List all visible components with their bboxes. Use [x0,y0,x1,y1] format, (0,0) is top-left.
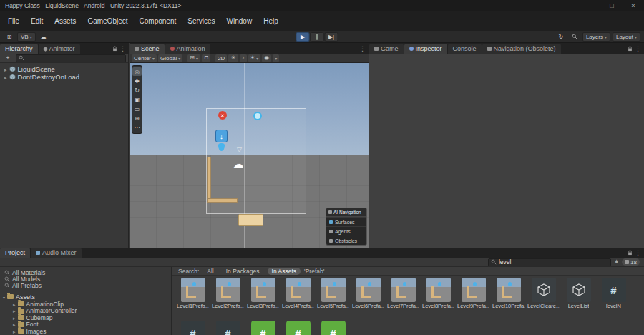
layout-dropdown[interactable]: Layout [613,32,640,42]
asset-tile-level4[interactable]: Level4Prefa... [282,278,314,309]
create-button[interactable] [2,54,14,63]
tab-navigation-obsolete[interactable]: Navigation (Obsolete) [482,44,561,54]
menu-edit[interactable]: Edit [25,16,49,26]
kebab-menu-icon[interactable] [119,45,126,52]
menu-gameobject[interactable]: GameObject [82,16,133,26]
hierarchy-search[interactable] [16,54,126,62]
mode-2d-toggle[interactable]: 2D [215,54,227,62]
ai-nav-surfaces[interactable]: Surfaces [326,217,366,226]
tab-inspector[interactable]: Inspector [404,44,447,54]
menu-help[interactable]: Help [258,16,284,26]
tab-game[interactable]: Game [369,44,404,54]
hierarchy-item-liquidscene[interactable]: LiquidScene [0,65,128,73]
close-button[interactable]: × [623,0,644,11]
asset-tile-level2[interactable]: Level2Prefa... [212,278,244,309]
wall-vertical-sprite[interactable] [207,157,211,202]
tab-audio-mixer[interactable]: Audio Mixer [31,248,82,258]
expand-caret-icon[interactable] [4,65,7,73]
asset-tile-leveln[interactable]: levelN [597,278,630,309]
lighting-toggle[interactable]: ☀ [228,54,238,62]
account-dropdown[interactable]: VB [17,32,36,42]
folder-animationclip[interactable]: AnimationClip [0,301,171,308]
asset-tile-green[interactable] [282,321,314,335]
expand-caret-icon[interactable] [13,328,16,335]
expand-caret-icon[interactable] [13,307,16,314]
space-dropdown[interactable]: Global [158,54,182,62]
expand-caret-icon[interactable] [3,293,5,301]
water-tap-sprite[interactable] [215,130,228,142]
tab-animation[interactable]: Animation [165,44,210,54]
hierarchy-search-input[interactable] [26,54,123,62]
folder-font[interactable]: Font [0,321,171,329]
asset-tile-level5[interactable]: Level5Prefa... [317,278,349,309]
rotate-tool-icon[interactable]: ↻ [132,86,142,94]
lock-icon[interactable] [628,250,633,256]
asset-tile-green[interactable] [317,321,349,335]
snap-toggle[interactable]: ⊓ [202,54,210,62]
menu-window[interactable]: Window [221,16,258,26]
expand-caret-icon[interactable] [4,73,7,81]
menu-component[interactable]: Component [134,16,182,26]
effects-dropdown[interactable]: ✶ [248,54,261,62]
camera-dropdown[interactable] [273,54,279,62]
ai-nav-agents[interactable]: Agents [326,226,366,236]
tab-project[interactable]: Project [0,248,30,258]
expand-caret-icon[interactable] [13,301,16,308]
scale-tool-icon[interactable]: ▣ [132,95,142,104]
more-tools-icon[interactable]: ⋯ [132,123,142,132]
cloud-icon[interactable]: ☁ [38,32,49,42]
folder-animatorcontroller[interactable]: AnimatorController [0,308,171,315]
maximize-button[interactable]: □ [601,0,623,11]
version-control-icon[interactable]: ⊞ [4,32,15,42]
kebab-menu-icon[interactable] [635,45,641,52]
asset-tile-level1[interactable]: Level1Prefa... [177,278,209,309]
asset-tile-script[interactable] [212,321,244,335]
step-button[interactable]: ▶| [325,32,338,42]
asset-tile-level10[interactable]: Level10Prefa... [492,278,525,309]
ai-navigation-header[interactable]: AI Navigation [326,208,366,217]
audio-toggle[interactable]: ♪ [240,54,247,62]
expand-caret-icon[interactable] [13,321,16,328]
save-search-star-icon[interactable]: ★ [614,259,619,265]
asset-tile-level8[interactable]: Level8Prefa... [422,278,454,309]
menu-services[interactable]: Services [182,16,220,26]
asset-tile-levellist[interactable]: LevelList [562,278,595,309]
folder-cubemap[interactable]: Cubemap [0,314,171,321]
tab-animator[interactable]: Animator [39,44,80,54]
favorite-all-prefabs[interactable]: All Prefabs [0,282,171,288]
asset-tile-level7[interactable]: Level7Prefa... [387,278,419,309]
project-search-input[interactable] [499,258,608,266]
asset-tile-level6[interactable]: Level6Prefa... [352,278,384,309]
gameobject-gizmo-blue[interactable] [253,112,262,120]
pivot-dropdown[interactable]: Center [132,54,157,62]
project-search[interactable] [488,258,611,266]
minimize-button[interactable]: – [580,0,601,11]
menu-assets[interactable]: Assets [49,16,82,26]
lock-icon[interactable] [112,46,117,52]
ai-nav-obstacles[interactable]: Obstacles [326,236,366,245]
asset-tile-levelclear[interactable]: LevelCleare... [527,278,560,309]
tab-console[interactable]: Console [448,44,482,54]
scope-in-assets-button[interactable]: In Assets [268,268,301,275]
assets-root-folder[interactable]: Assets [0,293,171,301]
menu-file[interactable]: File [2,16,25,26]
tab-hierarchy[interactable]: Hierarchy [0,44,38,54]
asset-tile-level9[interactable]: Level9Prefa... [457,278,489,309]
kebab-menu-icon[interactable] [635,249,641,256]
move-tool-icon[interactable]: ✚ [132,77,142,85]
transform-tool-icon[interactable]: ⊕ [132,114,142,122]
visibility-toggle[interactable]: ◉ [262,54,271,62]
view-tool-icon[interactable]: ◎ [132,67,142,76]
rect-tool-icon[interactable]: ▭ [132,105,142,113]
asset-tile-level3[interactable]: Level3Prefa... [247,278,279,309]
undo-history-icon[interactable]: ↻ [555,32,567,42]
cloud-sprite[interactable] [233,159,243,169]
scene-viewport[interactable]: ◎ ✚ ↻ ▣ ▭ ⊕ ⋯ AI Navigation Surfaces [130,63,369,248]
expand-caret-icon[interactable] [13,314,16,321]
hidden-packages-badge[interactable]: 18 [622,258,640,266]
search-icon[interactable] [569,32,580,42]
kebab-menu-icon[interactable] [359,45,366,52]
tab-scene[interactable]: Scene [130,44,165,54]
layers-dropdown[interactable]: Layers [582,32,610,42]
glass-cup-sprite[interactable] [238,214,263,226]
